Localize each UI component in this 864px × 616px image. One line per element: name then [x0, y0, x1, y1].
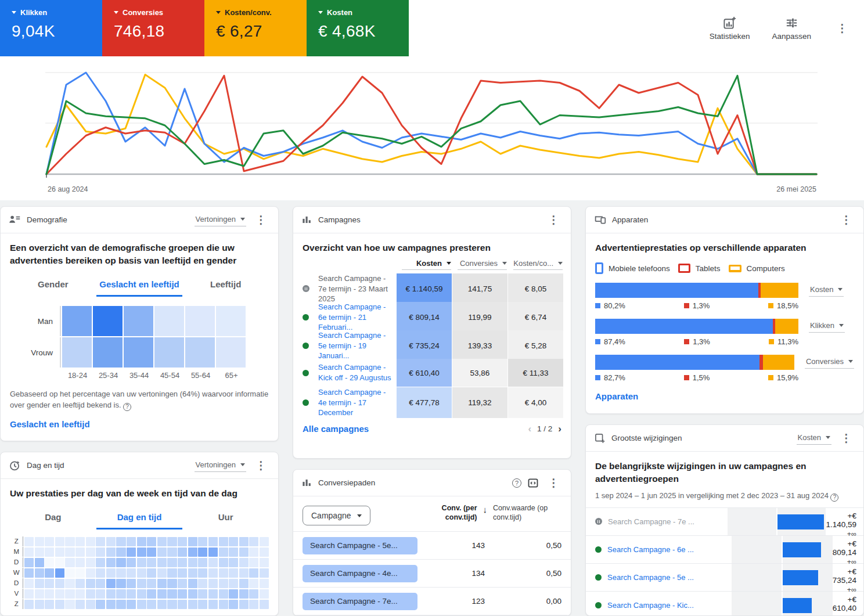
dag-en-tijd-tabs: Dag Dag en tijd Uur: [10, 507, 269, 529]
tab-leeftijd[interactable]: Leeftijd: [182, 274, 269, 297]
column-kosten-conv[interactable]: Kosten/co...: [513, 259, 563, 270]
campagne-name-link[interactable]: Search Campagne - 6e termijn - 21 Februa…: [318, 302, 396, 333]
conversies-cell: 141,75: [452, 273, 507, 304]
heatmap-cell: [157, 558, 167, 567]
kpi-conversies[interactable]: Conversies 746,18: [102, 0, 204, 56]
campagne-chip[interactable]: Search Campagne - 4e...: [303, 565, 417, 582]
bar-metric-dropdown[interactable]: Conversies: [805, 356, 854, 369]
heatmap-cell: [198, 579, 207, 588]
heatmap-cell: [75, 600, 85, 609]
campagne-name-link[interactable]: Search Campagne - Kic...: [607, 601, 694, 610]
card-menu-icon[interactable]: ⋮: [837, 212, 855, 228]
chevron-down-icon: [558, 262, 563, 265]
bar-caption-item: 18,5%: [768, 301, 798, 310]
help-icon[interactable]: ?: [830, 493, 838, 502]
heatmap-cell: [75, 547, 85, 557]
heatmap-cell: [208, 547, 218, 557]
demografie-link[interactable]: Geslacht en leeftijd: [10, 419, 90, 429]
heatmap-col-label: 65+: [216, 371, 247, 380]
heatmap-cell: [249, 589, 258, 599]
heatmap-cell: [260, 600, 269, 609]
card-apparaten: Apparaten ⋮ Advertentieprestaties op ver…: [585, 206, 864, 414]
heatmap-cell: [147, 579, 156, 588]
page-next-icon[interactable]: ›: [558, 424, 561, 434]
statistics-button[interactable]: Statistieken: [710, 16, 750, 41]
heatmap-cell: [65, 547, 74, 557]
kpi-kosten[interactable]: Kosten € 4,68K: [307, 0, 409, 56]
card-menu-icon[interactable]: ⋮: [545, 475, 563, 491]
heatmap-cell: [239, 579, 249, 588]
kpi-kosten-conv[interactable]: Kosten/conv. € 6,27: [204, 0, 307, 56]
heatmap-cell: [86, 579, 95, 588]
campagne-chip[interactable]: Search Campagne - 7e...: [303, 593, 417, 610]
alle-campagnes-link[interactable]: Alle campagnes: [303, 424, 369, 434]
change-bar: [783, 570, 818, 585]
heatmap-cell: [127, 547, 136, 557]
campagne-name-link[interactable]: Search Campagne - 6e ...: [607, 545, 694, 554]
conversiepad-row: Search Campagne - 4e... 134 0,50: [293, 559, 571, 587]
campagne-name-link[interactable]: Search Campagne - Kick off - 29 Augustus: [318, 359, 396, 387]
heatmap-cell: [249, 537, 258, 546]
campagne-name-link[interactable]: Search Campagne - 7e termijn - 23 Maart …: [318, 273, 396, 304]
card-title: Conversiepaden: [318, 478, 375, 487]
customize-button[interactable]: Aanpassen: [772, 16, 811, 41]
metric-dropdown[interactable]: Vertoningen: [195, 459, 246, 472]
tab-geslacht-en-leeftijd[interactable]: Geslacht en leeftijd: [96, 274, 183, 297]
heatmap-cell: [208, 589, 218, 599]
heatmap-cell: [188, 579, 197, 588]
chevron-down-icon: [848, 360, 853, 363]
kpi-klikken[interactable]: Klikken 9,04K: [0, 0, 102, 56]
card-menu-icon[interactable]: ⋮: [252, 458, 270, 473]
kpi-label: Klikken: [20, 8, 47, 17]
column-conv-header[interactable]: Conv. (per conv.tijd): [424, 503, 477, 523]
page-previous-icon[interactable]: ‹: [528, 424, 531, 434]
heatmap-row: V: [10, 589, 269, 599]
heatmap-row-label: Z: [10, 599, 23, 609]
heatmap-col-labels: 18-2425-3435-4445-5455-6465+: [10, 371, 269, 380]
wijziging-row: Search Campagne - Kic... +€ 610,40+∞: [586, 591, 863, 616]
card-menu-icon[interactable]: ⋮: [837, 430, 855, 446]
campagne-name-link[interactable]: Search Campagne - 4e termijn - 17 Decemb…: [318, 387, 396, 418]
card-menu-icon[interactable]: ⋮: [545, 212, 563, 228]
report-editor-icon[interactable]: [527, 477, 539, 489]
metric-dropdown[interactable]: Vertoningen: [195, 214, 246, 226]
metric-dropdown[interactable]: Kosten: [797, 432, 831, 445]
bar-metric-dropdown[interactable]: Kosten: [809, 284, 844, 297]
overflow-menu-icon[interactable]: ⋮: [833, 20, 851, 36]
bar-segment: [595, 283, 758, 298]
tab-dag-en-tijd[interactable]: Dag en tijd: [96, 507, 183, 529]
tab-uur[interactable]: Uur: [182, 507, 269, 529]
tab-dag[interactable]: Dag: [10, 507, 96, 529]
help-icon[interactable]: ?: [512, 478, 521, 488]
campagne-name-link[interactable]: Search Campagne - 5e termijn - 19 Januar…: [318, 330, 396, 361]
wijziging-row: Search Campagne - 6e ... +€ 809,14+∞: [586, 535, 863, 563]
legend-square-icon: [769, 339, 774, 344]
conv-waarde-value: 0,00: [521, 597, 561, 606]
campagnes-column-headers: Kosten Conversies Kosten/co...: [293, 259, 571, 273]
legend-square-icon: [595, 375, 600, 380]
campagne-chip[interactable]: Search Campagne - 5e...: [303, 537, 417, 554]
campagne-name-link[interactable]: Search Campagne - 5e ...: [607, 573, 694, 582]
heatmap-cell: [178, 589, 187, 599]
help-icon[interactable]: ?: [123, 403, 131, 411]
heatmap-cell: [208, 558, 218, 567]
campagne-name-link[interactable]: Search Campagne - 7e ...: [608, 517, 694, 526]
heatmap-cell: [147, 600, 156, 609]
column-conv-waarde-header[interactable]: Conv.waarde (op conv.tijd): [493, 503, 561, 523]
apparaten-link[interactable]: Apparaten: [595, 391, 638, 401]
legend-tablet: Tablets: [678, 264, 721, 273]
heatmap-cell: [45, 579, 54, 588]
change-value: +€ 809,14: [833, 539, 856, 557]
tab-gender[interactable]: Gender: [10, 274, 96, 297]
segment-percentage: 1,5%: [693, 373, 710, 382]
column-conversies[interactable]: Conversies: [458, 259, 507, 270]
bar-chart-icon: [301, 214, 312, 225]
heatmap-cell: [116, 537, 125, 546]
campagne-filter-button[interactable]: Campagne: [303, 506, 370, 525]
heatmap-cell: [167, 589, 177, 599]
card-menu-icon[interactable]: ⋮: [252, 212, 270, 228]
chevron-down-icon: [502, 262, 507, 265]
column-kosten[interactable]: Kosten: [402, 259, 451, 270]
bar-metric-dropdown[interactable]: Klikken: [809, 320, 845, 333]
timeseries-svg[interactable]: [0, 61, 864, 181]
